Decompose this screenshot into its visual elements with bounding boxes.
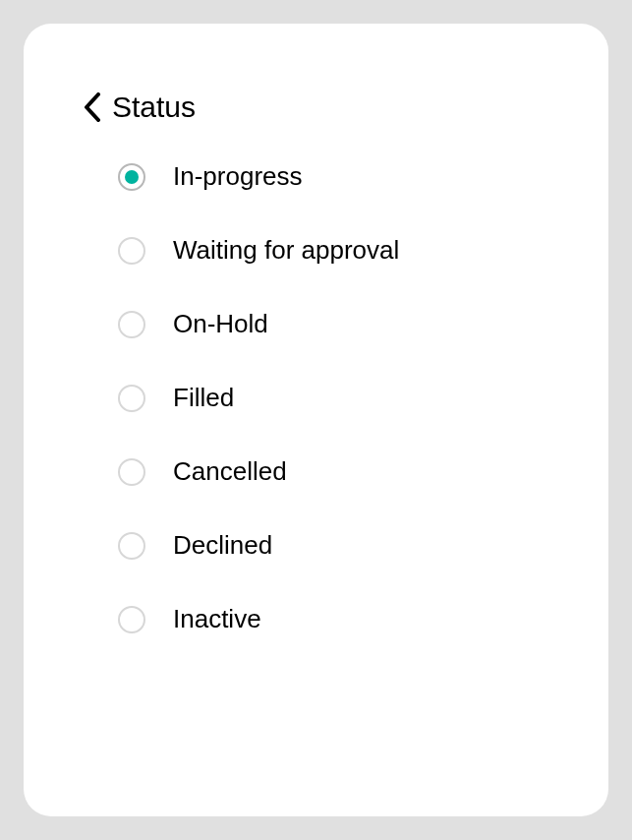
- status-option-inactive[interactable]: Inactive: [118, 604, 553, 634]
- back-button[interactable]: [79, 91, 106, 123]
- chevron-left-icon: [84, 92, 101, 122]
- status-option-in-progress[interactable]: In-progress: [118, 161, 553, 192]
- status-option-label: Inactive: [173, 604, 261, 634]
- status-option-label: Waiting for approval: [173, 235, 399, 266]
- status-option-cancelled[interactable]: Cancelled: [118, 456, 553, 487]
- status-option-on-hold[interactable]: On-Hold: [118, 309, 553, 339]
- status-panel: Status In-progress Waiting for approval …: [24, 24, 608, 816]
- status-option-waiting-for-approval[interactable]: Waiting for approval: [118, 235, 553, 266]
- radio-button[interactable]: [118, 458, 145, 486]
- status-option-label: On-Hold: [173, 309, 268, 339]
- page-title: Status: [112, 90, 196, 124]
- status-option-filled[interactable]: Filled: [118, 383, 553, 413]
- status-option-label: Declined: [173, 530, 272, 561]
- radio-button[interactable]: [118, 237, 145, 265]
- radio-button[interactable]: [118, 606, 145, 633]
- status-option-label: Cancelled: [173, 456, 287, 487]
- radio-button[interactable]: [118, 532, 145, 560]
- status-option-declined[interactable]: Declined: [118, 530, 553, 561]
- radio-dot-icon: [125, 170, 139, 184]
- radio-button[interactable]: [118, 311, 145, 338]
- status-option-label: Filled: [173, 383, 234, 413]
- radio-button[interactable]: [118, 163, 145, 191]
- radio-button[interactable]: [118, 385, 145, 412]
- status-option-label: In-progress: [173, 161, 303, 192]
- header: Status: [79, 90, 553, 124]
- status-options-list: In-progress Waiting for approval On-Hold…: [79, 161, 553, 634]
